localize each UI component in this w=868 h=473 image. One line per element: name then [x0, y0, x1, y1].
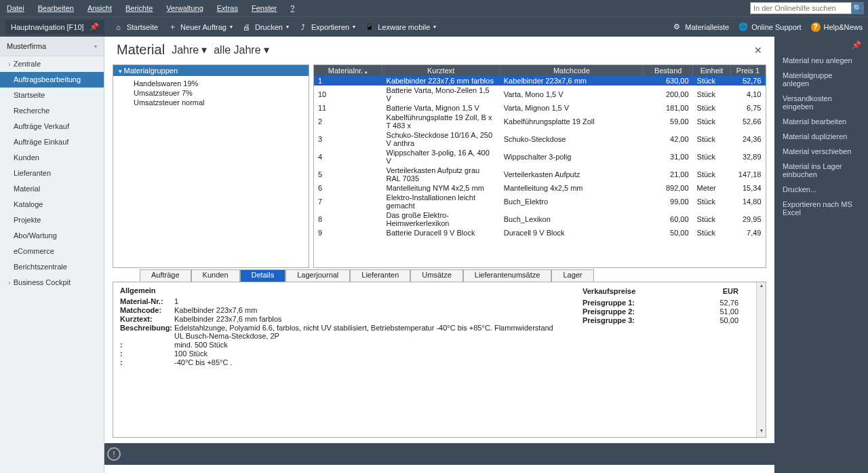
tree-item[interactable]: Handelswaren 19% — [113, 79, 309, 88]
tab-lager[interactable]: Lager — [551, 269, 593, 282]
tab-details[interactable]: Details — [240, 269, 286, 282]
col-header[interactable]: Preis 1 — [730, 65, 765, 76]
menu-verwaltung[interactable]: Verwaltung — [163, 3, 205, 14]
year-filter-1[interactable]: Jahre ▾ — [172, 43, 207, 56]
action-material-verschieben[interactable]: Material verschieben — [777, 144, 865, 159]
price-label: Preisgruppe 1: — [583, 299, 657, 307]
table-row[interactable]: 1Kabelbinder 223x7,6 mm farblosKabelbind… — [314, 76, 766, 86]
materialleiste-button[interactable]: ⚙Materialleiste — [672, 22, 729, 32]
sidebar: Musterfirma▾ ZentraleAuftragsbearbeitung… — [0, 37, 104, 473]
close-icon[interactable]: ✕ — [754, 45, 762, 56]
col-header[interactable]: Matchcode — [500, 65, 644, 76]
menu-datei[interactable]: Datei — [4, 3, 27, 14]
chevron-down-icon: ▾ — [433, 24, 436, 30]
sidebar-item-auftr-ge-einkauf[interactable]: Aufträge Einkauf — [0, 134, 104, 150]
pin-icon: 📌 — [90, 22, 99, 31]
table-row[interactable]: 4Wippschalter 3-polig, 16 A, 400 VWippsc… — [314, 148, 766, 166]
nav-toggle[interactable]: Hauptnavigation [F10]📌 — [5, 20, 104, 34]
detail-scrollbar[interactable]: ▴▾ — [756, 282, 766, 437]
menu-fenster[interactable]: Fenster — [249, 3, 279, 14]
firm-selector[interactable]: Musterfirma▾ — [0, 37, 104, 56]
tab-kunden[interactable]: Kunden — [191, 269, 240, 282]
col-header[interactable]: Materialnr. ▴ — [314, 65, 382, 76]
table-row[interactable]: 11Batterie Varta, Mignon 1,5 VVarta, Mig… — [314, 103, 766, 113]
actions-sidebar: 📌 Material neu anlegenMaterialgruppe anl… — [774, 37, 868, 473]
col-header[interactable]: Bestand — [644, 65, 693, 76]
action-material-ins-lager-einbuchen[interactable]: Material ins Lager einbuchen — [777, 159, 865, 182]
table-row[interactable]: 10Batterie Varta, Mono-Zellen 1,5 VVarta… — [314, 86, 766, 103]
tab-lieferanten[interactable]: Lieferanten — [350, 269, 410, 282]
menu-bearbeiten[interactable]: Bearbeiten — [35, 3, 77, 14]
tab-lieferantenumsätze[interactable]: Lieferantenumsätze — [463, 269, 552, 282]
new-order-button[interactable]: ＋Neuer Auftrag▾ — [167, 22, 233, 32]
tab-aufträge[interactable]: Aufträge — [140, 269, 191, 282]
sidebar-item-abo-wartung[interactable]: Abo/Wartung — [0, 228, 104, 244]
sidebar-item-kataloge[interactable]: Kataloge — [0, 197, 104, 212]
help-news-button[interactable]: ?Help&News — [811, 22, 863, 32]
sidebar-item-recherche[interactable]: Recherche — [0, 103, 104, 119]
print-button[interactable]: 🖨Drucken▾ — [242, 22, 289, 32]
toolbar: Hauptnavigation [F10]📌 ⌂Startseite ＋Neue… — [0, 16, 868, 37]
home-button[interactable]: ⌂Startseite — [114, 22, 158, 32]
table-row[interactable]: 9Batterie Duracell 9 V BlockDuracell 9 V… — [314, 228, 766, 238]
export-icon: ⤴ — [298, 22, 308, 32]
tree-item[interactable]: Umsatzsteuer 7% — [113, 88, 309, 98]
sidebar-item-auftragsbearbeitung[interactable]: Auftragsbearbeitung — [0, 72, 104, 88]
detail-value: Kabelbinder 223x7,6 mm farblos — [174, 315, 562, 323]
detail-label: : — [120, 341, 174, 349]
page-head: Material Jahre ▾ alle Jahre ▾ ✕ — [104, 37, 774, 64]
online-support-button[interactable]: 🌐Online Support — [738, 22, 801, 32]
action-material-neu-anlegen[interactable]: Material neu anlegen — [777, 53, 865, 68]
content: Material Jahre ▾ alle Jahre ▾ ✕ Material… — [104, 37, 774, 473]
sidebar-item-kunden[interactable]: Kunden — [0, 150, 104, 166]
detail-value: Edelstahlzunge, Polyamid 6.6, farblos, n… — [174, 324, 562, 340]
action-exportieren-nach-ms-excel[interactable]: Exportieren nach MS Excel — [777, 197, 865, 220]
export-button[interactable]: ⤴Exportieren▾ — [298, 22, 355, 32]
table-row[interactable]: 7Elektro-Installationen leicht gemachtBu… — [314, 193, 766, 210]
col-header[interactable]: Einheit — [693, 65, 731, 76]
detail-label: : — [120, 349, 174, 358]
pin-icon[interactable]: 📌 — [852, 41, 861, 50]
detail-panel: Allgemein Material-Nr.:1Matchcode:Kabelb… — [113, 282, 766, 438]
sidebar-item-lieferanten[interactable]: Lieferanten — [0, 166, 104, 181]
tree-header[interactable]: Materialgruppen — [113, 65, 309, 76]
action-materialgruppe-anlegen[interactable]: Materialgruppe anlegen — [777, 68, 865, 91]
action-versandkosten-eingeben[interactable]: Versandkosten eingeben — [777, 91, 865, 114]
help-search-input[interactable] — [750, 2, 852, 14]
action-material-duplizieren[interactable]: Material duplizieren — [777, 129, 865, 144]
sidebar-item-ecommerce[interactable]: eCommerce — [0, 244, 104, 259]
table-row[interactable]: 2Kabelführungsplatte 19 Zoll, B x T 483 … — [314, 113, 766, 130]
detail-value: Kabelbinder 223x7,6 mm — [174, 306, 562, 314]
menu-ansicht[interactable]: Ansicht — [85, 3, 115, 14]
sidebar-item-berichtszentrale[interactable]: Berichtszentrale — [0, 259, 104, 275]
prices-heading: Verkaufspreise — [583, 287, 657, 295]
table-row[interactable]: 8Das große Elektro-HeimwerkerlexikonBuch… — [314, 210, 766, 228]
action-material-bearbeiten[interactable]: Material bearbeiten — [777, 114, 865, 129]
material-grid[interactable]: Materialnr. ▴KurztextMatchcodeBestandEin… — [313, 64, 766, 268]
sidebar-item-auftr-ge-verkauf[interactable]: Aufträge Verkauf — [0, 119, 104, 134]
detail-value: -40°C bis +85°C . — [174, 358, 562, 366]
tree-item[interactable]: Umsatzsteuer normal — [113, 98, 309, 107]
sidebar-item-material[interactable]: Material — [0, 181, 104, 197]
search-icon[interactable]: 🔍 — [852, 2, 864, 14]
col-header[interactable]: Kurztext — [382, 65, 500, 76]
sidebar-item-business-cockpit[interactable]: Business Cockpit — [0, 275, 104, 290]
tab-lagerjournal[interactable]: Lagerjournal — [285, 269, 350, 282]
sidebar-item-startseite[interactable]: Startseite — [0, 88, 104, 103]
table-row[interactable]: 6Mantelleitung NYM 4x2,5 mmMantelleitung… — [314, 183, 766, 193]
table-row[interactable]: 3Schuko-Steckdose 10/16 A, 250 V anthraS… — [314, 130, 766, 148]
menu-help[interactable]: ? — [288, 3, 297, 14]
sidebar-item-projekte[interactable]: Projekte — [0, 212, 104, 228]
menu-extras[interactable]: Extras — [214, 3, 241, 14]
help-search: 🔍 — [750, 2, 864, 14]
mobile-button[interactable]: 📱Lexware mobile▾ — [365, 22, 436, 32]
table-row[interactable]: 5Verteilerkasten Aufputz grau RAL 7035Ve… — [314, 166, 766, 183]
year-filter-2[interactable]: alle Jahre ▾ — [214, 43, 269, 56]
tab-umsätze[interactable]: Umsätze — [410, 269, 462, 282]
menu-berichte[interactable]: Berichte — [123, 3, 155, 14]
detail-value: 100 Stück — [174, 349, 562, 358]
chevron-down-icon: ▾ — [230, 24, 233, 30]
action-drucken-[interactable]: Drucken... — [777, 182, 865, 197]
status-alert-icon[interactable]: ! — [107, 447, 121, 461]
sidebar-item-zentrale[interactable]: Zentrale — [0, 56, 104, 72]
